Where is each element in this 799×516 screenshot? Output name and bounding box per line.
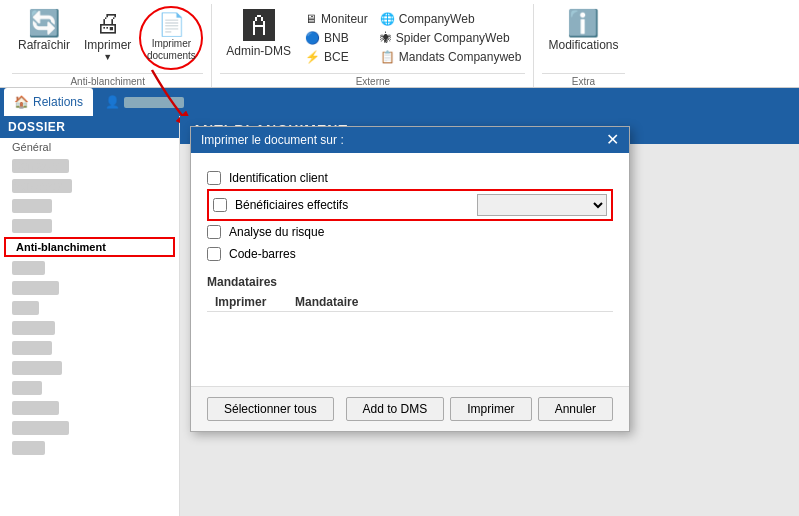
sidebar-item-11[interactable] bbox=[0, 338, 179, 358]
mandats-icon: 📋 bbox=[380, 50, 395, 64]
sidebar-item-7[interactable] bbox=[0, 258, 179, 278]
analyse-risque-label: Analyse du risque bbox=[229, 225, 324, 239]
sidebar-item-10[interactable] bbox=[0, 318, 179, 338]
modifications-icon: ℹ️ bbox=[567, 10, 599, 36]
imprimer-icon: 🖨 bbox=[95, 10, 121, 36]
tab-dossier2[interactable]: 👤 bbox=[95, 88, 194, 116]
checkbox-identification-client: Identification client bbox=[207, 167, 613, 189]
checkbox-beneficiaires-input[interactable] bbox=[213, 198, 227, 212]
admin-dms-icon: 🅰 bbox=[243, 10, 275, 42]
dossier2-tab-label bbox=[124, 97, 184, 108]
mandataires-label: Mandataires bbox=[207, 275, 613, 289]
imprimer-documents-button[interactable]: 📄 Imprimerdocuments bbox=[139, 6, 203, 70]
sidebar-item-general[interactable]: Général bbox=[0, 138, 179, 156]
mandataires-table: Imprimer Mandataire bbox=[207, 293, 613, 372]
add-to-dms-button[interactable]: Add to DMS bbox=[346, 397, 445, 421]
mandats-companyweb-button[interactable]: 📋 Mandats Companyweb bbox=[376, 48, 526, 66]
sidebar-item-15[interactable] bbox=[0, 418, 179, 438]
moniteur-icon: 🖥 bbox=[305, 12, 317, 26]
ribbon-group-label-extra: Extra bbox=[542, 73, 624, 87]
spider-companyweb-button[interactable]: 🕷 Spider CompanyWeb bbox=[376, 29, 526, 47]
code-barres-label: Code-barres bbox=[229, 247, 296, 261]
modal-footer: Sélectionner tous Add to DMS Imprimer An… bbox=[191, 386, 629, 431]
content-area: ANTI-BLANCHIMENT Imprimer le document su… bbox=[180, 116, 799, 516]
sidebar-item-14[interactable] bbox=[0, 398, 179, 418]
sidebar-title: DOSSIER bbox=[0, 116, 179, 138]
modal: Imprimer le document sur : ✕ Identificat… bbox=[190, 126, 630, 432]
tab-relations[interactable]: 🏠 Relations bbox=[4, 88, 93, 116]
col-mandataire: Mandataire bbox=[287, 293, 613, 312]
ribbon-group-anti-blanchiment: 🔄 Rafraîchir 🖨 Imprimer ▼ 📄 Imprimerdocu… bbox=[8, 4, 212, 87]
annuler-button[interactable]: Annuler bbox=[538, 397, 613, 421]
ribbon-group-label-externe: Externe bbox=[220, 73, 525, 87]
tabs-bar: 🏠 Relations 👤 bbox=[0, 88, 799, 116]
ribbon-group-externe: 🅰 Admin-DMS 🖥 Moniteur 🔵 BNB ⚡ BCE bbox=[212, 4, 534, 87]
bce-icon: ⚡ bbox=[305, 50, 320, 64]
bce-button[interactable]: ⚡ BCE bbox=[301, 48, 372, 66]
companyweb-icon: 🌐 bbox=[380, 12, 395, 26]
modifications-button[interactable]: ℹ️ Modifications bbox=[542, 6, 624, 56]
bnb-button[interactable]: 🔵 BNB bbox=[301, 29, 372, 47]
sidebar-item-12[interactable] bbox=[0, 358, 179, 378]
sidebar-item-contacts[interactable]: Contacts bbox=[0, 156, 179, 176]
checkbox-analyse-risque: Analyse du risque bbox=[207, 221, 613, 243]
sidebar-item-13[interactable] bbox=[0, 378, 179, 398]
sidebar-item-adresses[interactable]: Adresses bbox=[0, 176, 179, 196]
modal-title: Imprimer le document sur : bbox=[201, 133, 344, 147]
mandataires-section: Mandataires Imprimer Mandataire bbox=[207, 275, 613, 372]
moniteur-button[interactable]: 🖥 Moniteur bbox=[301, 10, 372, 28]
modal-header: Imprimer le document sur : ✕ bbox=[191, 127, 629, 153]
ribbon: 🔄 Rafraîchir 🖨 Imprimer ▼ 📄 Imprimerdocu… bbox=[0, 0, 799, 88]
relations-tab-icon: 🏠 bbox=[14, 95, 29, 109]
beneficiaires-label: Bénéficiaires effectifs bbox=[235, 198, 348, 212]
checkbox-code-barres: Code-barres bbox=[207, 243, 613, 265]
main-area: DOSSIER Général Contacts Adresses Anti-b… bbox=[0, 116, 799, 516]
admin-dms-button[interactable]: 🅰 Admin-DMS bbox=[220, 6, 297, 62]
imprimer-documents-icon: 📄 bbox=[158, 14, 185, 36]
col-imprimer: Imprimer bbox=[207, 293, 287, 312]
identification-client-label: Identification client bbox=[229, 171, 328, 185]
modal-close-button[interactable]: ✕ bbox=[606, 132, 619, 148]
checkbox-code-barres-input[interactable] bbox=[207, 247, 221, 261]
imprimer-modal-button[interactable]: Imprimer bbox=[450, 397, 531, 421]
sidebar-item-16[interactable] bbox=[0, 438, 179, 458]
modal-overlay: Imprimer le document sur : ✕ Identificat… bbox=[190, 126, 799, 516]
selectionner-tous-button[interactable]: Sélectionner tous bbox=[207, 397, 334, 421]
sidebar-item-8[interactable] bbox=[0, 278, 179, 298]
sidebar-item-9[interactable] bbox=[0, 298, 179, 318]
checkbox-analyse-input[interactable] bbox=[207, 225, 221, 239]
companyweb-button[interactable]: 🌐 CompanyWeb bbox=[376, 10, 526, 28]
sidebar: DOSSIER Général Contacts Adresses Anti-b… bbox=[0, 116, 180, 516]
checkbox-beneficiaires: Bénéficiaires effectifs bbox=[207, 189, 613, 221]
dossier2-tab-icon: 👤 bbox=[105, 95, 120, 109]
checkbox-identification-input[interactable] bbox=[207, 171, 221, 185]
sidebar-item-5[interactable] bbox=[0, 216, 179, 236]
spider-icon: 🕷 bbox=[380, 31, 392, 45]
ribbon-group-label-anti-blanchiment: Anti-blanchiment bbox=[12, 73, 203, 87]
bnb-icon: 🔵 bbox=[305, 31, 320, 45]
relations-tab-label: Relations bbox=[33, 95, 83, 109]
beneficiaires-dropdown[interactable] bbox=[477, 194, 607, 216]
ribbon-group-extra: ℹ️ Modifications Extra bbox=[534, 4, 632, 87]
imprimer-button[interactable]: 🖨 Imprimer ▼ bbox=[78, 6, 137, 66]
rafraichir-icon: 🔄 bbox=[28, 10, 60, 36]
footer-right-buttons: Add to DMS Imprimer Annuler bbox=[346, 397, 613, 421]
sidebar-item-4[interactable] bbox=[0, 196, 179, 216]
modal-body: Identification client Bénéficiaires effe… bbox=[191, 153, 629, 386]
sidebar-item-anti-blanchiment[interactable]: Anti-blanchiment bbox=[4, 237, 175, 257]
rafraichir-button[interactable]: 🔄 Rafraîchir bbox=[12, 6, 76, 56]
